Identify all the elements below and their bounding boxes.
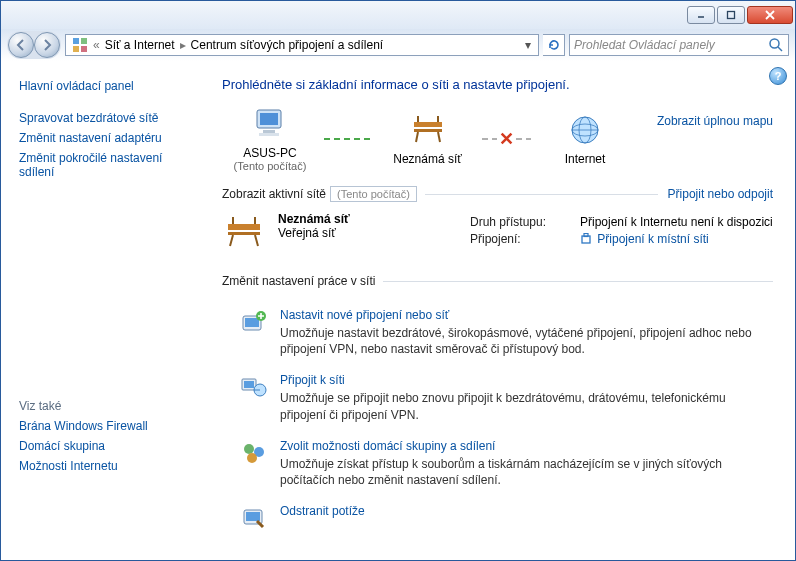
divider xyxy=(425,194,658,195)
map-node-label: Internet xyxy=(565,152,606,166)
back-button[interactable] xyxy=(8,32,34,58)
svg-line-25 xyxy=(255,235,258,246)
svg-rect-13 xyxy=(414,129,442,132)
divider xyxy=(383,281,773,282)
active-network-left: Neznámá síť Veřejná síť xyxy=(222,212,452,252)
svg-rect-5 xyxy=(81,46,87,52)
sidebar-link-manage-wireless[interactable]: Spravovat bezdrátové sítě xyxy=(19,111,196,125)
svg-point-36 xyxy=(244,444,254,454)
section-active-networks: Zobrazit aktivní sítě (Tento počítač) Př… xyxy=(222,186,773,202)
task-link-new-connection[interactable]: Nastavit nové připojení nebo síť xyxy=(280,308,773,322)
svg-rect-9 xyxy=(260,113,278,125)
bench-icon xyxy=(408,112,448,148)
task-desc: Umožňuje nastavit bezdrátové, širokopásm… xyxy=(280,325,773,357)
task-item: Zvolit možnosti domácí skupiny a sdílení… xyxy=(240,439,773,488)
sidebar-link-homegroup[interactable]: Domácí skupina xyxy=(19,439,196,453)
refresh-button[interactable] xyxy=(543,34,565,56)
tooltip: (Tento počítač) xyxy=(330,186,417,202)
task-link-connect-network[interactable]: Připojit k síti xyxy=(280,373,773,387)
map-node-label: Neznámá síť xyxy=(393,152,462,166)
sidebar-link-control-panel-home[interactable]: Hlavní ovládací panel xyxy=(19,79,196,93)
help-icon[interactable]: ? xyxy=(769,67,787,85)
computer-icon xyxy=(251,106,289,142)
map-node-sublabel: (Tento počítač) xyxy=(234,160,307,172)
sidebar: Hlavní ovládací panel Spravovat bezdráto… xyxy=(1,61,206,560)
search-icon xyxy=(768,37,784,53)
active-network: Neznámá síť Veřejná síť Druh přístupu: P… xyxy=(222,212,773,252)
search-placeholder: Prohledat Ovládací panely xyxy=(574,38,715,52)
svg-point-38 xyxy=(247,453,257,463)
map-node-this-pc[interactable]: ASUS-PC (Tento počítač) xyxy=(222,106,318,172)
search-input[interactable]: Prohledat Ovládací panely xyxy=(569,34,789,56)
task-item: Připojit k síti Umožňuje se připojit neb… xyxy=(240,373,773,422)
active-network-name: Neznámá síť xyxy=(278,212,350,226)
svg-rect-29 xyxy=(584,234,588,237)
access-type-value: Připojení k Internetu není k dispozici xyxy=(580,215,773,229)
page-title: Prohlédněte si základní informace o síti… xyxy=(222,77,773,92)
address-bar: « Síť a Internet ▸ Centrum síťových přip… xyxy=(1,29,795,61)
bench-icon xyxy=(222,212,266,252)
svg-rect-40 xyxy=(246,512,260,521)
titlebar xyxy=(1,1,795,29)
globe-icon xyxy=(567,112,603,148)
sidebar-link-advanced-sharing[interactable]: Změnit pokročilé nastavení sdílení xyxy=(19,151,196,179)
forward-button[interactable] xyxy=(34,32,60,58)
maximize-button[interactable] xyxy=(717,6,745,24)
svg-rect-31 xyxy=(245,318,259,327)
svg-rect-12 xyxy=(414,122,442,127)
close-button[interactable] xyxy=(747,6,793,24)
nav-buttons xyxy=(7,31,61,59)
connect-network-icon xyxy=(240,373,268,401)
active-network-type: Veřejná síť xyxy=(278,226,350,240)
window-buttons xyxy=(687,6,793,24)
connections-label: Připojení: xyxy=(470,232,580,246)
task-link-troubleshoot[interactable]: Odstranit potíže xyxy=(280,504,365,518)
svg-line-24 xyxy=(230,235,233,246)
svg-rect-10 xyxy=(263,130,275,133)
sidebar-link-adapter-settings[interactable]: Změnit nastavení adaptéru xyxy=(19,131,196,145)
svg-rect-11 xyxy=(259,133,279,136)
sidebar-link-internet-options[interactable]: Možnosti Internetu xyxy=(19,459,196,473)
minimize-button[interactable] xyxy=(687,6,715,24)
window: « Síť a Internet ▸ Centrum síťových přip… xyxy=(0,0,796,561)
map-node-network[interactable]: Neznámá síť xyxy=(380,112,476,166)
network-map: ASUS-PC (Tento počítač) Neznámá síť ✕ In… xyxy=(222,106,773,172)
link-lan-connection[interactable]: Připojení k místní síti xyxy=(597,232,708,246)
link-connect-disconnect[interactable]: Připojit nebo odpojit xyxy=(668,187,773,201)
task-item: Odstranit potíže xyxy=(240,504,773,532)
chevron-right-icon: ▸ xyxy=(179,38,187,52)
svg-line-15 xyxy=(438,132,440,142)
new-connection-icon xyxy=(240,308,268,336)
task-desc: Umožňuje se připojit nebo znovu připojit… xyxy=(280,390,773,422)
svg-point-6 xyxy=(770,39,779,48)
access-type-label: Druh přístupu: xyxy=(470,215,580,229)
task-item: Nastavit nové připojení nebo síť Umožňuj… xyxy=(240,308,773,357)
svg-rect-3 xyxy=(81,38,87,44)
address-dropdown-icon[interactable]: ▾ xyxy=(520,38,536,52)
homegroup-icon xyxy=(240,439,268,467)
svg-line-7 xyxy=(778,47,782,51)
map-link-broken: ✕ xyxy=(482,138,532,140)
svg-rect-1 xyxy=(728,12,735,19)
control-panel-icon xyxy=(72,37,88,53)
task-list: Nastavit nové připojení nebo síť Umožňuj… xyxy=(222,308,773,532)
breadcrumb-item[interactable]: Centrum síťových připojení a sdílení xyxy=(187,38,388,52)
x-icon: ✕ xyxy=(497,128,516,150)
map-link-ok xyxy=(324,138,374,140)
map-node-label: ASUS-PC xyxy=(243,146,296,160)
troubleshoot-icon xyxy=(240,504,268,532)
section-title: Změnit nastavení práce v síti xyxy=(222,274,375,288)
sidebar-link-firewall[interactable]: Brána Windows Firewall xyxy=(19,419,196,433)
svg-rect-34 xyxy=(244,381,254,388)
breadcrumb[interactable]: « Síť a Internet ▸ Centrum síťových přip… xyxy=(65,34,539,56)
svg-line-14 xyxy=(416,132,418,142)
svg-rect-22 xyxy=(228,224,260,230)
task-desc: Umožňuje získat přístup k souborům a tis… xyxy=(280,456,773,488)
chevron-right-icon: « xyxy=(92,38,101,52)
breadcrumb-item[interactable]: Síť a Internet xyxy=(101,38,179,52)
task-link-homegroup[interactable]: Zvolit možnosti domácí skupiny a sdílení xyxy=(280,439,773,453)
see-also-label: Viz také xyxy=(19,399,196,413)
svg-rect-23 xyxy=(228,232,260,235)
map-node-internet[interactable]: Internet xyxy=(537,112,633,166)
section-change-settings: Změnit nastavení práce v síti xyxy=(222,274,773,288)
